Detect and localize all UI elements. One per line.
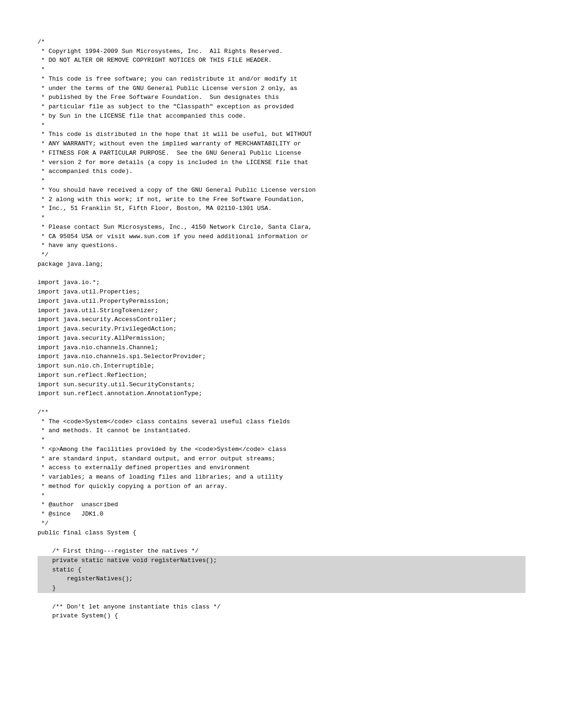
code-viewer: /* * Copyright 1994-2009 Sun Microsystem… xyxy=(38,28,525,630)
code-content: /* * Copyright 1994-2009 Sun Microsystem… xyxy=(38,38,525,620)
